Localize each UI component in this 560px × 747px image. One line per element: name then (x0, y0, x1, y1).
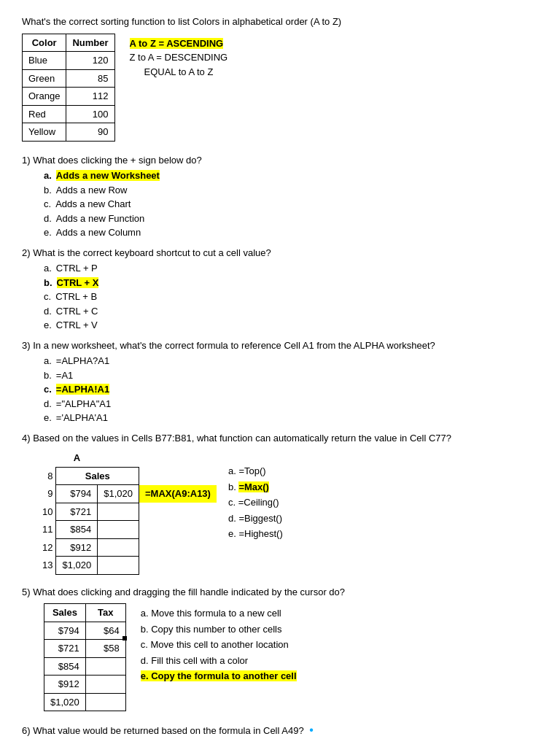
color-table: Color Number Blue120Green85Orange112Red1… (22, 34, 115, 142)
q4-grid-row: 10$721 (36, 503, 217, 521)
q5-num: 5) (22, 587, 31, 597)
answer-text: ='ALPHA'A1 (56, 412, 108, 423)
answer-item: d. Fill this cell with a color (141, 654, 297, 668)
answer-letter: e. (44, 320, 52, 330)
answer-item: d.CTRL + C (44, 304, 538, 319)
q3-num: 3) (22, 340, 31, 351)
answer-item: c.Adds a new Chart (44, 197, 538, 212)
answer-letter: b. (44, 185, 52, 196)
q4-grid-row: 11$854 (36, 521, 217, 539)
answer-item: a. =Top() (228, 464, 283, 479)
question-3: 3) In a new worksheet, what's the correc… (22, 338, 538, 425)
q4-num: 4) (22, 433, 31, 444)
answer-item: c.CTRL + B (44, 290, 538, 304)
question-6: 6) What value would be returned based on… (22, 721, 538, 747)
answer-item: b. =Max() (228, 480, 283, 495)
color-cell: Red (23, 105, 66, 123)
answer-letter: d. (44, 306, 52, 317)
answer-item: d. =Biggest() (228, 511, 283, 526)
q3-text: In a new worksheet, what's the correct f… (33, 340, 435, 351)
color-table-row: Orange112 (23, 88, 115, 106)
answer-text: Adds a new Row (56, 185, 128, 196)
number-cell: 90 (66, 123, 114, 142)
color-cell: Green (23, 69, 66, 88)
q4-grid-row: 12$912 (36, 538, 217, 557)
answer-letter: d. (44, 213, 52, 224)
number-cell: 120 (66, 52, 114, 70)
answer-letter: e. (44, 412, 52, 423)
answer-text: Adds a new Column (56, 227, 141, 238)
answer-item: d.="ALPHA"A1 (44, 397, 538, 411)
number-cell: 85 (66, 69, 114, 88)
answer-item: e.CTRL + V (44, 318, 538, 333)
color-table-row: Red100 (23, 105, 115, 123)
sort-answers: A to Z = ASCENDING Z to A = DESCENDING E… (130, 36, 228, 80)
answer-text: Adds a new Chart (55, 198, 131, 209)
answer-text: CTRL + C (56, 306, 98, 317)
answer-item: b.Adds a new Row (44, 183, 538, 198)
color-cell: Blue (23, 52, 66, 70)
answer-text: =ALPHA?A1 (56, 355, 109, 366)
answer-letter: a. (44, 355, 52, 366)
fill-row: $912 (44, 676, 126, 694)
color-cell: Yellow (23, 123, 66, 142)
q1-text: What does clicking the + sign below do? (33, 155, 202, 166)
answer-item: a.Adds a new Worksheet (44, 169, 538, 183)
q5-text: What does clicking and dragging the fill… (33, 587, 345, 597)
fill-row: $721$58 (44, 640, 126, 658)
answer-item: a.CTRL + P (44, 261, 538, 276)
answer-item: b.=A1 (44, 368, 538, 383)
q4-grid: A8Sales9$794$1,020=MAX(A9:A13)10$72111$8… (36, 449, 217, 575)
intro-text: What's the correct sorting function to l… (22, 15, 538, 29)
answer-letter: e. (44, 227, 52, 238)
q2-num: 2) (22, 247, 31, 258)
answer-item: c. =Ceiling() (228, 495, 283, 510)
answer-item: c. Move this cell to another location (141, 638, 297, 652)
question-2: 2) What is the correct keyboard shortcut… (22, 246, 538, 333)
answer-letter: a. (44, 263, 52, 274)
color-table-row: Blue120 (23, 52, 115, 70)
answer-item: a.=ALPHA?A1 (44, 354, 538, 368)
answer-text: CTRL + B (55, 291, 97, 302)
q6-num: 6) (22, 725, 31, 736)
question-5: 5) What does clicking and dragging the f… (22, 585, 538, 718)
q6-text: What value would be returned based on th… (33, 725, 303, 736)
answer-letter: c. (44, 198, 51, 209)
answer-item: b. Copy this number to other cells (141, 622, 297, 637)
number-cell: 112 (66, 88, 114, 106)
number-col-header: Number (66, 34, 114, 52)
answer-letter: c. (44, 291, 51, 302)
answer-item: e. Copy the formula to another cell (141, 669, 297, 684)
answer-item: c.=ALPHA!A1 (44, 382, 538, 397)
question-4: 4) Based on the values in Cells B77:B81,… (22, 431, 538, 581)
sort-answer-a: A to Z = ASCENDING (130, 36, 228, 51)
answer-text: =A1 (56, 370, 74, 381)
fill-handle[interactable] (122, 636, 127, 640)
fill-row: $1,020 (44, 693, 126, 711)
q4-grid-row: 13$1,020 (36, 557, 217, 575)
answer-item: d.Adds a new Function (44, 212, 538, 226)
fill-row: $854 (44, 657, 126, 676)
answer-text: Adds a new Function (56, 213, 144, 224)
q4-grid-row: 8Sales (36, 467, 217, 485)
answer-text: ="ALPHA"A1 (56, 398, 111, 409)
answer-letter: c. (44, 384, 52, 395)
answer-letter: d. (44, 398, 52, 409)
sort-answer-c: EQUAL to A to Z (144, 65, 228, 80)
answer-letter: b. (44, 277, 52, 288)
answer-item: e. =Highest() (228, 527, 283, 541)
color-col-header: Color (23, 34, 66, 52)
q2-text: What is the correct keyboard shortcut to… (33, 247, 271, 258)
q5-fill-table: Sales Tax $794$64$721$58$854$912$1,020 (44, 603, 126, 711)
color-cell: Orange (23, 88, 66, 106)
fill-row: $794$64 (44, 622, 126, 640)
answer-item: b.CTRL + X (44, 276, 538, 290)
answer-text: CTRL + X (57, 277, 99, 288)
answer-text: Adds a new Worksheet (56, 170, 160, 181)
answer-text: CTRL + P (56, 263, 98, 274)
answer-text: CTRL + V (56, 320, 98, 330)
color-table-row: Green85 (23, 69, 115, 88)
number-cell: 100 (66, 105, 114, 123)
answer-item: a. Move this formula to a new cell (141, 606, 297, 621)
answer-text: =ALPHA!A1 (56, 384, 109, 395)
